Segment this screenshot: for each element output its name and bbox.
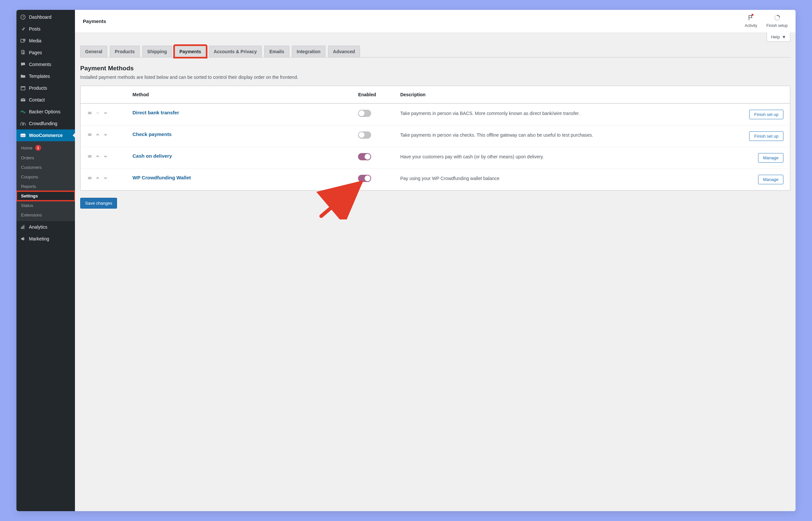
sidebar-item-comments[interactable]: Comments — [17, 59, 75, 70]
tab-label: Payments — [179, 49, 201, 54]
sidebar-sub-home[interactable]: Home1 — [17, 142, 75, 153]
move-down-icon[interactable] — [103, 132, 108, 138]
finish-setup-label: Finish setup — [766, 23, 788, 28]
admin-sidebar: DashboardPostsMediaPagesCommentsTemplate… — [17, 10, 75, 289]
svg-text:woo: woo — [21, 135, 25, 137]
dashboard-icon — [20, 14, 26, 20]
payment-method-link[interactable]: WP Crowdfunding Wallet — [132, 175, 191, 180]
tab-shipping[interactable]: Shipping — [142, 46, 172, 57]
row-action-button[interactable]: Manage — [758, 175, 784, 184]
payment-method-link[interactable]: Check payments — [132, 131, 172, 137]
enabled-toggle[interactable] — [358, 110, 371, 117]
sidebar-item-products[interactable]: Products — [17, 82, 75, 94]
sidebar-item-pages[interactable]: Pages — [17, 47, 75, 59]
enabled-toggle[interactable] — [358, 131, 371, 139]
tab-label: Shipping — [147, 49, 167, 54]
sidebar-item-posts[interactable]: Posts — [17, 23, 75, 35]
sidebar-item-analytics[interactable]: Analytics — [17, 221, 75, 233]
sidebar-sub-customers[interactable]: Customers — [17, 163, 75, 172]
sidebar-item-templates[interactable]: Templates — [17, 70, 75, 82]
drag-handle-icon[interactable] — [87, 132, 92, 138]
table-header-row: Method Enabled Description — [81, 86, 790, 104]
woo-icon: woo — [20, 132, 26, 139]
tab-payments[interactable]: Payments — [175, 46, 206, 57]
svg-rect-5 — [22, 51, 25, 55]
sidebar-sub-orders[interactable]: Orders — [17, 153, 75, 163]
settings-tabs: GeneralProductsShippingPaymentsAccounts … — [80, 46, 790, 58]
top-bar: Payments Activity Finish setup — [75, 10, 795, 33]
enabled-toggle[interactable] — [358, 153, 371, 160]
sidebar-sub-extensions[interactable]: Extensions — [17, 210, 75, 220]
sidebar-item-label: Pages — [29, 50, 42, 55]
finish-setup-button[interactable]: Finish setup — [766, 15, 788, 28]
sidebar-item-contact[interactable]: Contact — [17, 94, 75, 106]
sidebar-item-label: Analytics — [29, 224, 47, 230]
col-enabled: Enabled — [358, 92, 397, 97]
archive-icon — [20, 85, 26, 91]
help-row: Help ▼ — [75, 32, 795, 42]
activity-label: Activity — [745, 23, 757, 28]
activity-button[interactable]: Activity — [745, 15, 757, 28]
sidebar-item-label: Products — [29, 85, 47, 91]
move-up-icon[interactable] — [95, 154, 100, 160]
sidebar-sub-status[interactable]: Status — [17, 201, 75, 210]
table-row: Direct bank transferTake payments in per… — [81, 104, 790, 125]
houses-icon — [20, 120, 26, 127]
media-icon — [20, 38, 26, 44]
sidebar-item-crowdfunding[interactable]: Crowdfunding — [17, 118, 75, 130]
sidebar-item-dashboard[interactable]: Dashboard — [17, 11, 75, 23]
help-label: Help — [771, 35, 780, 40]
move-up-icon[interactable] — [95, 132, 100, 138]
sidebar-sub-coupons[interactable]: Coupons — [17, 172, 75, 182]
pages-icon — [20, 49, 26, 56]
payment-method-link[interactable]: Direct bank transfer — [132, 110, 179, 115]
move-down-icon[interactable] — [103, 176, 108, 182]
drag-handle-icon[interactable] — [87, 154, 92, 160]
row-action-label: Manage — [763, 155, 778, 160]
sidebar-item-label: Comments — [29, 62, 51, 67]
svg-rect-11 — [21, 227, 22, 229]
sidebar-sub-reports[interactable]: Reports — [17, 182, 75, 191]
row-action-label: Finish set up — [754, 112, 778, 117]
drag-handle-icon[interactable] — [87, 176, 92, 182]
sidebar-sub-label: Settings — [21, 194, 38, 198]
tab-integration[interactable]: Integration — [292, 46, 326, 57]
move-down-icon[interactable] — [103, 110, 108, 117]
move-down-icon[interactable] — [103, 154, 108, 160]
table-row: Cash on deliveryHave your customers pay … — [81, 147, 790, 168]
sidebar-sub-label: Reports — [21, 184, 36, 189]
sidebar-sub-label: Orders — [21, 155, 34, 160]
sidebar-item-label: Dashboard — [29, 15, 51, 20]
money-icon — [20, 108, 26, 115]
drag-handle-icon[interactable] — [87, 110, 92, 117]
tab-advanced[interactable]: Advanced — [328, 46, 360, 57]
sidebar-item-backer-options[interactable]: Backer Options — [17, 106, 75, 118]
sidebar-submenu: Home1OrdersCustomersCouponsReportsSettin… — [17, 141, 75, 221]
tab-emails[interactable]: Emails — [264, 46, 289, 57]
caret-down-icon: ▼ — [782, 35, 786, 40]
tab-accounts-privacy[interactable]: Accounts & Privacy — [209, 46, 262, 57]
move-up-icon[interactable] — [95, 176, 100, 182]
save-changes-button[interactable]: Save changes — [80, 198, 117, 209]
analytics-icon — [20, 224, 26, 230]
tab-products[interactable]: Products — [110, 46, 140, 57]
payment-method-link[interactable]: Cash on delivery — [132, 153, 172, 159]
sidebar-sub-settings[interactable]: Settings — [17, 191, 75, 201]
row-action-button[interactable]: Finish set up — [749, 110, 784, 119]
svg-rect-7 — [21, 86, 25, 87]
notification-badge: 1 — [35, 145, 41, 151]
enabled-toggle[interactable] — [358, 175, 371, 182]
help-dropdown[interactable]: Help ▼ — [767, 32, 790, 42]
sidebar-item-woocommerce[interactable]: woo WooCommerce — [17, 130, 75, 141]
sidebar-sub-label: Customers — [21, 165, 42, 170]
top-bar-actions: Activity Finish setup — [745, 15, 788, 28]
row-action-button[interactable]: Finish set up — [749, 131, 784, 141]
sidebar-item-media[interactable]: Media — [17, 35, 75, 47]
sidebar-item-marketing[interactable]: Marketing — [17, 233, 75, 245]
col-method: Method — [132, 92, 355, 97]
payment-method-description: Pay using your WP Crowdfunding wallet ba… — [400, 175, 735, 182]
app-window: DashboardPostsMediaPagesCommentsTemplate… — [17, 10, 795, 289]
svg-point-1 — [23, 17, 23, 17]
row-action-button[interactable]: Manage — [758, 153, 784, 163]
tab-general[interactable]: General — [80, 46, 107, 57]
